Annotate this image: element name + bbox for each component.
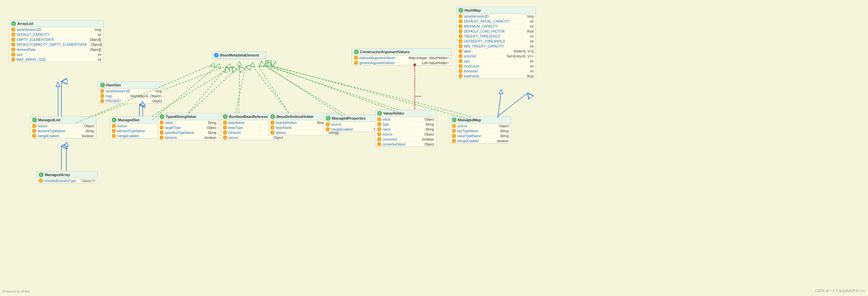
- class-title: HashMap: [465, 8, 481, 12]
- field-name: toParent: [228, 131, 241, 135]
- class-HashMap: C HashMap f serialVersionUID long f DEFA…: [456, 7, 536, 79]
- field-type: Object: [422, 133, 434, 136]
- svg-line-33: [252, 65, 289, 113]
- field-name: size: [17, 53, 23, 56]
- svg-line-13: [269, 66, 398, 110]
- field-icon: f: [11, 53, 15, 56]
- field-icon: f: [459, 74, 463, 78]
- field-name: table: [464, 50, 471, 53]
- arrows-overlay: [0, 0, 868, 296]
- field-icon: f: [11, 32, 15, 36]
- field-type: long: [92, 28, 101, 32]
- field-icon: f: [377, 132, 381, 136]
- field-row: f value Object: [375, 117, 436, 122]
- field-name: entrySet: [464, 54, 476, 58]
- field-type: int: [95, 53, 101, 56]
- field-name: specifiedTypeName: [165, 131, 194, 135]
- field-icon: f: [160, 131, 163, 135]
- field-row: f convertedValue Object: [375, 142, 436, 146]
- field-type: float: [525, 74, 533, 78]
- field-name: mergeEnabled: [117, 134, 139, 138]
- field-icon: f: [271, 131, 274, 135]
- field-name: value: [382, 117, 391, 121]
- class-BeanMetadataElement-header: I BeanMetadataElement: [212, 52, 266, 59]
- field-row: f serialVersionUID long: [9, 27, 103, 32]
- field-row: f DEFAULT_INITIAL_CAPACITY int: [457, 19, 535, 24]
- class-title: ManagedMap: [458, 118, 481, 122]
- field-name: map: [105, 95, 112, 98]
- svg-line-39: [269, 65, 471, 119]
- class-type-icon: C: [100, 83, 105, 87]
- field-name: serialVersionUID: [105, 89, 130, 93]
- field-row: f elementData Object[]: [9, 47, 103, 52]
- field-name: DEFAULT_LOAD_FACTOR: [464, 30, 505, 33]
- class-title: ConstructorArgumentValues: [360, 50, 410, 54]
- class-TypedStringValue: C TypedStringValue f value String f targ…: [157, 113, 219, 140]
- field-row: f valueTypeName String: [450, 134, 510, 138]
- field-icon: f: [100, 94, 104, 98]
- field-icon: f: [32, 129, 36, 133]
- field-type: String: [497, 134, 509, 138]
- field-row: f MAX_ARRAY_SIZE int: [9, 57, 103, 62]
- svg-marker-28: [216, 64, 221, 68]
- field-row: f UNTREEIFY_THRESHOLD int: [457, 39, 535, 44]
- field-name: serialVersionUID: [464, 15, 488, 18]
- svg-marker-32: [238, 61, 242, 65]
- field-type: Object: [496, 124, 509, 128]
- field-name: TREEIFY_THRESHOLD: [464, 34, 500, 38]
- field-name: source: [331, 123, 341, 126]
- class-ConstructorArgumentValues-header: C ConstructorArgumentValues: [352, 49, 451, 55]
- field-icon: f: [11, 48, 15, 52]
- field-name: value: [165, 121, 173, 125]
- svg-line-37: [267, 65, 398, 112]
- class-type-icon: C: [326, 116, 331, 120]
- class-type-icon: C: [452, 117, 457, 122]
- field-name: EMPTY_ELEMENTDATA: [17, 38, 54, 42]
- field-row: f PRESENT Object: [98, 99, 164, 103]
- class-type-icon: C: [160, 114, 164, 119]
- field-icon: f: [459, 19, 463, 23]
- field-row: f keyTypeName String: [450, 129, 510, 134]
- field-type: String: [497, 129, 509, 133]
- svg-marker-42: [499, 90, 503, 94]
- field-type: float: [525, 30, 533, 33]
- field-name: DEFAULT_INITIAL_CAPACITY: [464, 20, 510, 23]
- field-icon: f: [459, 49, 463, 53]
- field-name: source: [37, 124, 48, 128]
- field-name: name: [382, 128, 391, 131]
- field-row: f threshold int: [457, 69, 535, 74]
- field-name: modCount: [464, 64, 479, 68]
- field-type: boolean: [494, 139, 509, 143]
- class-title: HashSet: [106, 83, 121, 87]
- field-icon: f: [326, 122, 330, 126]
- field-name: aliases: [276, 131, 286, 135]
- field-row: f source Object: [221, 135, 285, 140]
- field-name: beanName: [228, 121, 245, 125]
- field-icon: f: [160, 120, 163, 125]
- class-title: RuntimeBeanReference: [229, 115, 270, 118]
- field-name: keyTypeName: [457, 129, 478, 133]
- class-ManagedMap: C ManagedMap f source Object f keyTypeNa…: [450, 116, 511, 143]
- field-type: boolean: [79, 134, 94, 138]
- field-row: f MAXIMUM_CAPACITY int: [457, 24, 535, 29]
- field-type: String: [423, 128, 434, 131]
- field-icon: f: [11, 43, 15, 47]
- field-type: Object: [271, 136, 283, 139]
- field-icon: f: [112, 129, 116, 133]
- class-type-icon: C: [39, 172, 43, 177]
- svg-line-10: [236, 66, 246, 113]
- class-type-icon: C: [271, 114, 275, 119]
- class-title: ManagedSet: [118, 118, 140, 122]
- svg-line-14: [498, 93, 528, 116]
- class-title: ArrayList: [17, 22, 33, 26]
- class-type-icon: C: [223, 114, 228, 119]
- field-row: f name String: [375, 127, 436, 132]
- svg-marker-36: [264, 62, 268, 66]
- field-name: source: [457, 124, 467, 128]
- svg-marker-20: [64, 142, 68, 146]
- class-BeanMetadataElement: I BeanMetadataElement: [212, 52, 267, 59]
- class-HashSet-header: C HashSet: [98, 82, 164, 89]
- field-type: Node<K, V>[]: [511, 50, 533, 53]
- field-row: f modCount int: [457, 64, 535, 69]
- svg-marker-40: [267, 62, 271, 66]
